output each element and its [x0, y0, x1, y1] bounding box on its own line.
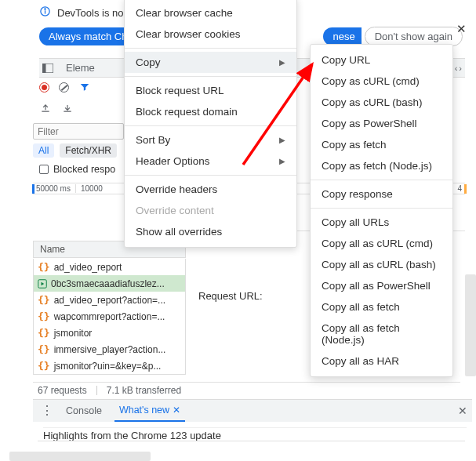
mi-copy-fetch[interactable]: Copy as fetch — [311, 134, 452, 155]
mi-copy-curl-bash[interactable]: Copy as cURL (bash) — [311, 92, 452, 113]
mi-override-headers[interactable]: Override headers — [125, 179, 296, 200]
clear-icon[interactable] — [59, 82, 69, 93]
request-row[interactable]: 0bc3smaecaaadiafuszlez... — [34, 275, 185, 292]
always-match-chip[interactable]: Always match Ch — [39, 27, 136, 45]
request-row[interactable]: {}jsmonitor — [34, 325, 185, 341]
json-braces-icon: {} — [38, 360, 50, 372]
close-banner-icon[interactable]: ✕ — [456, 22, 467, 36]
blocked-response-checkbox[interactable] — [39, 165, 49, 174]
request-row[interactable]: {}immersive_player?action... — [34, 341, 185, 358]
timeline-marker-end — [464, 184, 467, 194]
context-menu: Clear browser cache Clear browser cookie… — [124, 0, 297, 248]
whats-new-divider — [38, 441, 465, 441]
import-har-icon[interactable] — [61, 102, 74, 114]
filter-pill-all[interactable]: All — [33, 143, 54, 158]
status-transfer: 7.1 kB transferred — [107, 385, 181, 396]
mi-copy-all-curl-cmd[interactable]: Copy all as cURL (cmd) — [311, 233, 452, 254]
request-scrollbar[interactable] — [465, 274, 476, 376]
mi-copy-all-urls[interactable]: Copy all URLs — [311, 212, 452, 233]
timeline-tick: 50000 ms — [33, 184, 76, 193]
mi-copy-powershell[interactable]: Copy as PowerShell — [311, 113, 452, 134]
mi-copy-all-fetch-node[interactable]: Copy all as fetch (Node.js) — [311, 318, 452, 350]
chevron-right-icon: ▶ — [279, 58, 285, 67]
json-braces-icon: {} — [38, 294, 50, 306]
horizontal-scrollbar[interactable] — [9, 452, 151, 461]
copy-submenu: Copy URL Copy as cURL (cmd) Copy as cURL… — [310, 44, 453, 377]
tab-close-icon[interactable]: ✕ — [173, 405, 180, 416]
tab-scroll-chevrons[interactable]: ‹› — [455, 64, 462, 73]
mi-copy-fetch-node[interactable]: Copy as fetch (Node.js) — [311, 155, 452, 176]
json-braces-icon: {} — [38, 327, 50, 339]
export-har-icon[interactable] — [39, 102, 52, 114]
mi-copy-url[interactable]: Copy URL — [311, 49, 452, 71]
drawer-close-icon[interactable]: ✕ — [458, 405, 467, 417]
mi-sort-by[interactable]: Sort By▶ — [125, 129, 296, 151]
request-name: ad_video_report?action=... — [54, 295, 165, 306]
mi-clear-browser-cache[interactable]: Clear browser cache — [125, 2, 296, 24]
chevron-right-icon: ▶ — [279, 157, 285, 165]
mi-header-options[interactable]: Header Options▶ — [125, 151, 296, 172]
dock-layout-icon[interactable] — [39, 64, 56, 73]
mi-copy-all-powershell[interactable]: Copy all as PowerShell — [311, 275, 452, 296]
request-name: immersive_player?action... — [54, 344, 166, 355]
mi-block-request-domain[interactable]: Block request domain — [125, 101, 296, 122]
json-braces-icon: {} — [38, 261, 50, 273]
request-list: {}ad_video_report0bc3smaecaaadiafuszlez.… — [33, 259, 186, 375]
request-name: ad_video_report — [54, 262, 122, 273]
json-braces-icon: {} — [38, 343, 50, 355]
svg-point-2 — [45, 9, 45, 9]
drawer-tabbar: ⋮ Console What's new ✕ ✕ — [33, 399, 472, 422]
mi-copy[interactable]: Copy▶ — [125, 52, 296, 73]
chevron-right-icon: ▶ — [279, 136, 285, 144]
timeline-marker-start — [32, 184, 35, 194]
status-bar: 67 requests 7.1 kB transferred — [33, 382, 460, 397]
lang-chip-text: nese — [323, 27, 361, 45]
filter-pill-fetch-xhr[interactable]: Fetch/XHR — [60, 143, 117, 158]
request-row[interactable]: {}ad_video_report — [34, 259, 185, 275]
blocked-response-label: Blocked respo — [53, 164, 115, 175]
filter-icon[interactable] — [78, 81, 91, 93]
mi-copy-curl-cmd[interactable]: Copy as cURL (cmd) — [311, 71, 452, 92]
filter-input[interactable] — [33, 123, 124, 140]
filter-type-row: All Fetch/XHR — [33, 143, 117, 158]
svg-rect-4 — [42, 64, 46, 73]
mi-block-request-url[interactable]: Block request URL — [125, 80, 296, 101]
request-name: jsmonitor — [54, 328, 93, 339]
request-name: 0bc3smaecaaadiafuszlez... — [51, 278, 165, 289]
request-row[interactable]: {}wapcommreport?action=... — [34, 308, 185, 325]
tab-elements[interactable]: Eleme — [56, 59, 104, 77]
mi-copy-all-har[interactable]: Copy all as HAR — [311, 350, 452, 372]
request-name: wapcommreport?action=... — [54, 311, 165, 322]
banner-text: DevTools is no — [57, 7, 124, 19]
request-name: jsmonitor?uin=&key=&p... — [54, 361, 162, 372]
play-document-icon — [38, 279, 47, 289]
record-icon[interactable] — [39, 82, 49, 93]
mi-clear-browser-cookies[interactable]: Clear browser cookies — [125, 24, 296, 45]
json-braces-icon: {} — [38, 310, 50, 322]
tab-whats-new[interactable]: What's new ✕ — [114, 400, 185, 422]
mi-copy-all-curl-bash[interactable]: Copy all as cURL (bash) — [311, 254, 452, 275]
mi-copy-response[interactable]: Copy response — [311, 183, 452, 205]
blocked-response-row[interactable]: Blocked respo — [39, 164, 115, 175]
tab-whats-new-label: What's new — [119, 405, 169, 416]
mi-show-all-overrides[interactable]: Show all overrides — [125, 221, 296, 242]
request-url-label: Request URL: — [198, 290, 263, 302]
network-toolbar — [39, 81, 91, 93]
status-requests: 67 requests — [38, 385, 87, 396]
mi-copy-all-fetch[interactable]: Copy all as fetch — [311, 296, 452, 318]
mi-override-content: Override content — [125, 200, 296, 221]
timeline-tick: 10000 — [76, 184, 103, 193]
tab-console[interactable]: Console — [61, 400, 107, 422]
network-toolbar-2 — [39, 102, 74, 114]
request-row[interactable]: {}jsmonitor?uin=&key=&p... — [34, 358, 185, 374]
info-icon — [39, 5, 51, 20]
whats-new-headline: Highlights from the Chrome 123 update — [43, 427, 467, 441]
request-row[interactable]: {}ad_video_report?action=... — [34, 292, 185, 308]
